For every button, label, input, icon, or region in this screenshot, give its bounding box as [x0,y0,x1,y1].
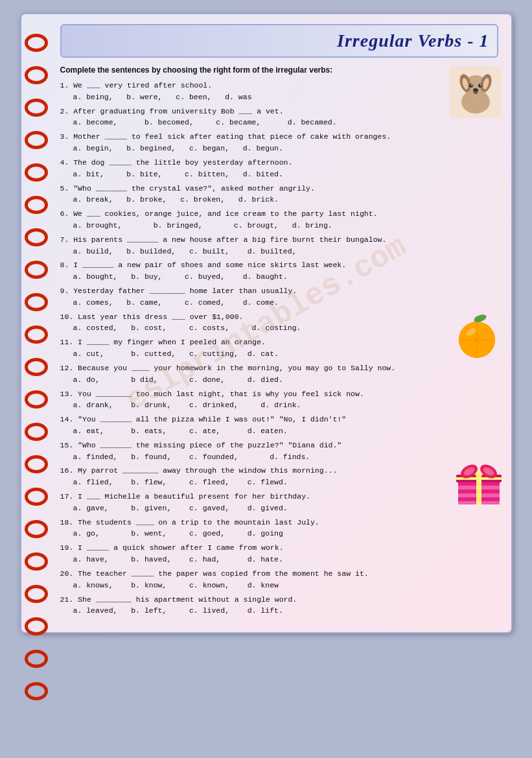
question-20-text: 20. The teacher _____ the paper was copi… [60,568,498,580]
question-8-text: 8. I _______ a new pair of shoes and som… [60,259,498,271]
question-4-options: a. bit, b. bite, c. bitten, d. bited. [60,169,498,180]
question-5-options: a. break, b. broke, c. broken, d. brick. [60,194,498,206]
question-19-options: a. have, b. haved, c. had, d. hate. [60,554,498,565]
question-14-text: 14. "You _______ all the pizza while I w… [60,414,498,425]
question-7: 7. His parents _______ a new house after… [60,234,498,257]
question-16: 16. My parrot ________ away through the … [60,465,498,488]
spiral-ring [25,261,48,279]
question-7-options: a. build, b. builded, c. built, d. built… [60,246,498,257]
spiral-binding [21,14,54,632]
page-title: Irregular Verbs - 1 [337,30,489,51]
question-6: 6. We ___ cookies, orange juice, and ice… [60,208,498,231]
spiral-ring [25,552,48,571]
spiral-ring [25,228,48,246]
question-6-text: 6. We ___ cookies, orange juice, and ice… [60,208,498,220]
spiral-ring [25,455,48,473]
spiral-ring [25,163,48,182]
question-14-options: a. eat, b. eats, c. ate, d. eaten. [60,425,498,437]
question-11-options: a. cut, b. cutted, c. cutting, d. cat. [60,348,498,360]
question-10-text: 10. Last year this dress ___ over $1,000… [60,311,498,323]
question-7-text: 7. His parents _______ a new house after… [60,234,498,246]
question-11: 11. I _____ my finger when I peeled an o… [60,337,498,360]
question-15-options: a. finded, b. found, c. founded, d. find… [60,451,498,463]
question-20: 20. The teacher _____ the paper was copi… [60,568,498,591]
question-9-text: 9. Yesterday father ________ home later … [60,285,498,297]
question-4-text: 4. The dog _____ the little boy yesterda… [60,157,498,169]
question-12-options: a. do, b did, c. done, d. died. [60,374,498,386]
question-18-options: a. go, b. went, c. goed, d. going [60,528,498,539]
question-8-options: a. bought, b. buy, c. buyed, d. baught. [60,271,498,283]
spiral-ring [25,196,48,214]
question-5-text: 5. "Who _______ the crystal vase?", aske… [60,183,498,195]
spiral-ring [25,585,48,603]
instruction-text: Complete the sentences by choosing the r… [60,65,498,75]
title-section: Irregular Verbs - 1 [60,24,498,58]
question-14: 14. "You _______ all the pizza while I w… [60,414,498,437]
spiral-ring [25,34,48,52]
question-16-text: 16. My parrot ________ away through the … [60,465,498,477]
spiral-ring [25,66,48,84]
question-18: 18. The students ____ on a trip to the m… [60,517,498,540]
question-4: 4. The dog _____ the little boy yesterda… [60,157,498,180]
question-6-options: a. brought, b. bringed, c. brougt, d. br… [60,220,498,231]
spiral-ring [25,650,48,668]
spiral-ring [25,293,48,311]
question-3: 3. Mother _____ to feel sick after eatin… [60,131,498,154]
question-21-options: a. leaved, b. left, c. lived, d. lift. [60,605,498,617]
spiral-ring [25,488,48,506]
question-21: 21. She ________ his apartment without a… [60,594,498,617]
spiral-ring [25,131,48,149]
question-1: 1. We ___ very tired after school. a. be… [60,80,498,103]
question-2: 2. After graduating from university Bob … [60,106,498,129]
question-13-options: a. drank, b. drunk, c. drinked, d. drink… [60,399,498,411]
question-5: 5. "Who _______ the crystal vase?", aske… [60,183,498,206]
question-13: 13. You ________ too much last night, th… [60,388,498,412]
question-21-text: 21. She ________ his apartment without a… [60,594,498,606]
page-wrapper: Irregular Verbs - 1 [20,13,513,634]
question-9-options: a. comes, b. came, c. comed, d. come. [60,297,498,309]
spiral-ring [25,520,48,538]
spiral-ring [25,617,48,635]
question-19: 19. I _____ a quick shower after I came … [60,542,498,565]
question-13-text: 13. You ________ too much last night, th… [60,388,498,400]
question-15-text: 15. "Who _______ the missing piece of th… [60,440,498,451]
spiral-ring [25,390,48,409]
question-16-options: a. flied, b. flew, c. fleed, c. flewd. [60,477,498,488]
spiral-ring [25,358,48,376]
question-3-options: a. begin, b. begined, c. began, d. begun… [60,143,498,154]
question-11-text: 11. I _____ my finger when I peeled an o… [60,337,498,348]
question-10-options: a. costed, b. cost, c. costs, d. costing… [60,322,498,334]
question-15: 15. "Who _______ the missing piece of th… [60,440,498,463]
question-2-text: 2. After graduating from university Bob … [60,106,498,117]
question-17: 17. I ___ Michelle a beautiful present f… [60,491,498,514]
question-12: 12. Because you ____ your homework in th… [60,362,498,386]
question-17-options: a. gave, b. given, c. gaved, d. gived. [60,503,498,514]
spiral-ring [25,682,48,700]
question-18-text: 18. The students ____ on a trip to the m… [60,517,498,528]
question-1-options: a. being, b. were, c. been, d. was [60,91,498,103]
question-17-text: 17. I ___ Michelle a beautiful present f… [60,491,498,503]
question-3-text: 3. Mother _____ to feel sick after eatin… [60,131,498,143]
question-2-options: a. become, b. becomed, c. became, d. bec… [60,117,498,128]
spiral-ring [25,99,48,117]
question-10: 10. Last year this dress ___ over $1,000… [60,311,498,335]
question-20-options: a. knows, b. know, c. known, d. knew [60,580,498,591]
question-8: 8. I _______ a new pair of shoes and som… [60,259,498,283]
spiral-ring [25,423,48,441]
questions-content: 1. We ___ very tired after school. a. be… [60,80,498,617]
question-9: 9. Yesterday father ________ home later … [60,285,498,309]
question-19-text: 19. I _____ a quick shower after I came … [60,542,498,554]
spiral-ring [25,326,48,344]
question-1-text: 1. We ___ very tired after school. [60,80,498,91]
question-12-text: 12. Because you ____ your homework in th… [60,362,498,374]
